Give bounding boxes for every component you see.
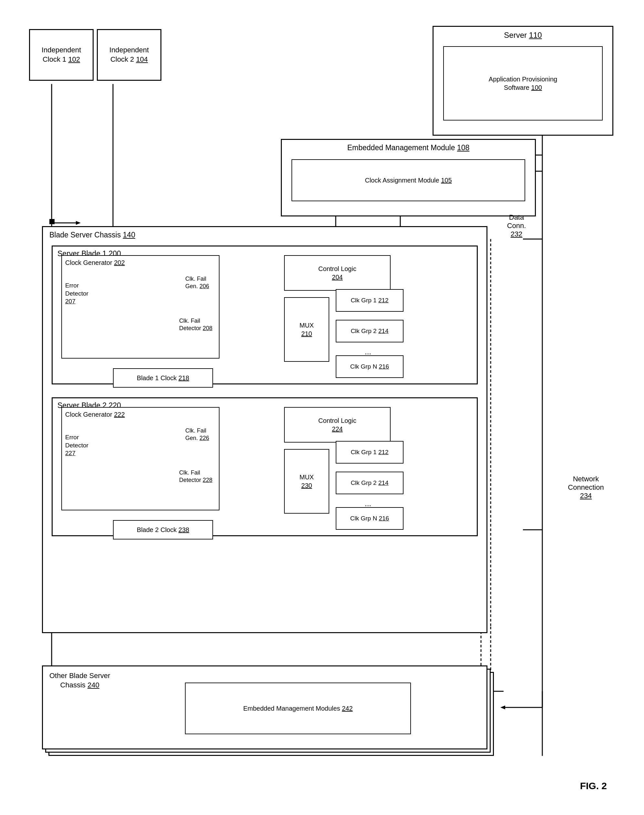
cfg2-ref: 226 (199, 435, 209, 441)
cg1-ref: 202 (114, 259, 124, 266)
app-provisioning-label: Application ProvisioningSoftware 100 (489, 75, 557, 92)
network-conn-label: NetworkConnection234 (555, 475, 616, 500)
obc-ref: 240 (87, 681, 100, 689)
independent-clock2-label: IndependentClock 2 104 (109, 46, 149, 64)
blade1-clock-label: Blade 1 Clock 218 (137, 374, 189, 382)
clk-grpN-1-label: Clk Grp N 216 (350, 363, 389, 371)
cfd1-ref: 208 (203, 325, 212, 331)
cg2-ref: 222 (114, 411, 124, 418)
svg-marker-4 (76, 221, 81, 225)
emm242-ref: 242 (342, 705, 353, 712)
mux1-box: MUX210 (284, 297, 329, 362)
app-provisioning-ref: 100 (531, 84, 542, 91)
mux2-label: MUX230 (299, 473, 314, 490)
diagram: IndependentClock 1 102 IndependentClock … (13, 13, 626, 801)
control-logic2-label: Control Logic224 (318, 417, 356, 433)
mux2-box: MUX230 (284, 449, 329, 514)
cam-ref: 105 (441, 177, 452, 184)
bsc-ref: 140 (123, 231, 135, 239)
mux2-ref: 230 (301, 482, 312, 489)
clk-grp2-blade2-box: Clk Grp 2 214 (336, 472, 403, 494)
clk-grp2-1-label: Clk Grp 2 214 (351, 327, 388, 335)
clock-generator2-box: Clock Generator 222 ErrorDetector227 Clk… (61, 407, 219, 511)
dots2: ... (365, 499, 371, 508)
blade2-clock-box: Blade 2 Clock 238 (113, 520, 213, 540)
svg-marker-66 (500, 706, 505, 709)
control-logic1-label: Control Logic204 (318, 264, 356, 281)
clock-assignment-box: Clock Assignment Module 105 (291, 159, 525, 201)
independent-clock2-box: IndependentClock 2 104 (97, 29, 161, 81)
svg-rect-77 (49, 219, 55, 224)
clk-grp1-2-label: Clk Grp 1 212 (351, 448, 388, 457)
mux1-ref: 210 (301, 330, 312, 337)
ed2-ref: 227 (65, 450, 75, 457)
clk-grp1-1-label: Clk Grp 1 212 (351, 297, 388, 304)
clk-grpN-2-label: Clk Grp N 216 (350, 515, 389, 523)
figure-label: FIG. 2 (580, 780, 607, 792)
ed1-ref: 207 (65, 298, 75, 304)
mux1-label: MUX210 (299, 321, 314, 338)
embedded-mgmt-box: Embedded Management Module 108 Clock Ass… (281, 139, 536, 217)
emm242-label: Embedded Management Modules 242 (243, 704, 353, 713)
cfd2-ref: 228 (203, 477, 212, 483)
clk-grp1-blade2-box: Clk Grp 1 212 (336, 441, 403, 464)
clock-assignment-label: Clock Assignment Module 105 (365, 176, 452, 185)
independent-clock1-box: IndependentClock 1 102 (29, 29, 94, 81)
dots1: ... (365, 347, 371, 356)
server-box: Server 110 Application ProvisioningSoftw… (432, 26, 613, 136)
clk-grp2-blade1-box: Clk Grp 2 214 (336, 320, 403, 342)
emm242-box: Embedded Management Modules 242 (185, 683, 411, 734)
cl2-ref: 224 (332, 426, 342, 432)
independent-clock2-ref: 104 (136, 55, 148, 63)
cl1-ref: 204 (332, 274, 342, 281)
independent-clock1-label: IndependentClock 1 102 (41, 46, 81, 64)
control-logic2-box: Control Logic224 (284, 407, 391, 443)
other-blade-chassis-box1: Other Blade ServerChassis 240 Embedded M… (42, 666, 488, 749)
clock-generator1-box: Clock Generator 202 ErrorDetector207 Clk… (61, 255, 219, 358)
clk-grpN-blade2-box: Clk Grp N 216 (336, 507, 403, 530)
emm-ref: 108 (457, 143, 469, 152)
independent-clock1-ref: 102 (68, 55, 80, 63)
blade1-clock-box: Blade 1 Clock 218 (113, 368, 213, 388)
clk-grp2-2-label: Clk Grp 2 214 (351, 479, 388, 487)
clk-grp1-blade1-box: Clk Grp 1 212 (336, 289, 403, 312)
control-logic1-box: Control Logic204 (284, 255, 391, 291)
server-ref: 110 (529, 31, 542, 39)
clk-grpN-blade1-box: Clk Grp N 216 (336, 355, 403, 378)
data-conn-label: DataConn.232 (491, 213, 542, 238)
cfg1-ref: 206 (199, 283, 209, 289)
app-provisioning-box: Application ProvisioningSoftware 100 (443, 46, 603, 120)
blade2-clock-label: Blade 2 Clock 238 (137, 526, 189, 534)
